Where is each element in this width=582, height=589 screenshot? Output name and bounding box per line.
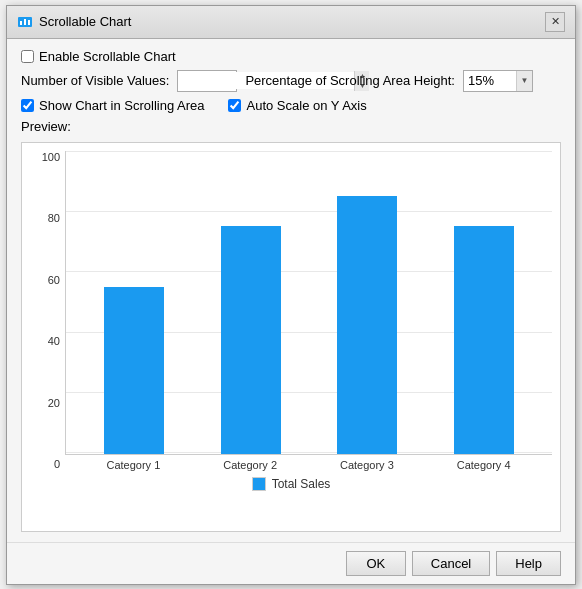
svg-rect-3: [28, 20, 30, 25]
show-chart-checkbox[interactable]: [21, 99, 34, 112]
y-label-40: 40: [48, 335, 60, 347]
x-label-1: Category 1: [103, 459, 163, 471]
enable-row: Enable Scrollable Chart: [21, 49, 561, 64]
bar-3: [337, 196, 397, 454]
enable-label: Enable Scrollable Chart: [39, 49, 176, 64]
y-axis: 100 80 60 40 20 0: [30, 151, 65, 471]
svg-rect-1: [20, 21, 22, 25]
dialog-icon: [17, 14, 33, 30]
y-label-100: 100: [42, 151, 60, 163]
scroll-height-combo[interactable]: 15% ▼: [463, 70, 533, 92]
svg-rect-2: [24, 19, 26, 25]
cancel-button[interactable]: Cancel: [412, 551, 490, 576]
chart-legend: Total Sales: [30, 477, 552, 491]
dialog-content: Enable Scrollable Chart Number of Visibl…: [7, 39, 575, 542]
preview-label: Preview:: [21, 119, 561, 134]
y-label-80: 80: [48, 212, 60, 224]
show-chart-label: Show Chart in Scrolling Area: [39, 98, 204, 113]
dialog-title: Scrollable Chart: [39, 14, 132, 29]
legend-label: Total Sales: [272, 477, 331, 491]
config-row: Number of Visible Values: 10 ▲ ▼ Percent…: [21, 70, 561, 92]
chart-container: 100 80 60 40 20 0: [21, 142, 561, 532]
num-visible-label: Number of Visible Values:: [21, 73, 169, 88]
auto-scale-row: Auto Scale on Y Axis: [228, 98, 366, 113]
num-visible-spinbox[interactable]: 10 ▲ ▼: [177, 70, 237, 92]
x-labels: Category 1 Category 2 Category 3 Categor…: [65, 459, 552, 471]
scroll-height-label: Percentage of Scrolling Area Height:: [245, 73, 455, 88]
y-label-0: 0: [54, 458, 60, 470]
bars-grid: [65, 151, 552, 455]
show-chart-row: Show Chart in Scrolling Area: [21, 98, 204, 113]
help-button[interactable]: Help: [496, 551, 561, 576]
scrollable-chart-dialog: Scrollable Chart ✕ Enable Scrollable Cha…: [6, 5, 576, 585]
x-label-2: Category 2: [220, 459, 280, 471]
dialog-footer: OK Cancel Help: [7, 542, 575, 584]
combo-arrow[interactable]: ▼: [516, 71, 532, 91]
enable-checkbox[interactable]: [21, 50, 34, 63]
auto-scale-checkbox[interactable]: [228, 99, 241, 112]
x-label-4: Category 4: [454, 459, 514, 471]
bar-4: [454, 226, 514, 453]
y-label-20: 20: [48, 397, 60, 409]
close-button[interactable]: ✕: [545, 12, 565, 32]
chart-area: 100 80 60 40 20 0: [30, 151, 552, 471]
title-bar: Scrollable Chart ✕: [7, 6, 575, 39]
bar-1: [104, 287, 164, 454]
checkboxes-row: Show Chart in Scrolling Area Auto Scale …: [21, 98, 561, 113]
y-label-60: 60: [48, 274, 60, 286]
bar-2: [221, 226, 281, 453]
x-label-3: Category 3: [337, 459, 397, 471]
auto-scale-label: Auto Scale on Y Axis: [246, 98, 366, 113]
legend-color: [252, 477, 266, 491]
scroll-height-value: 15%: [464, 72, 516, 89]
bars-row: [66, 151, 552, 454]
ok-button[interactable]: OK: [346, 551, 406, 576]
title-bar-left: Scrollable Chart: [17, 14, 132, 30]
bars-area: Category 1 Category 2 Category 3 Categor…: [65, 151, 552, 471]
